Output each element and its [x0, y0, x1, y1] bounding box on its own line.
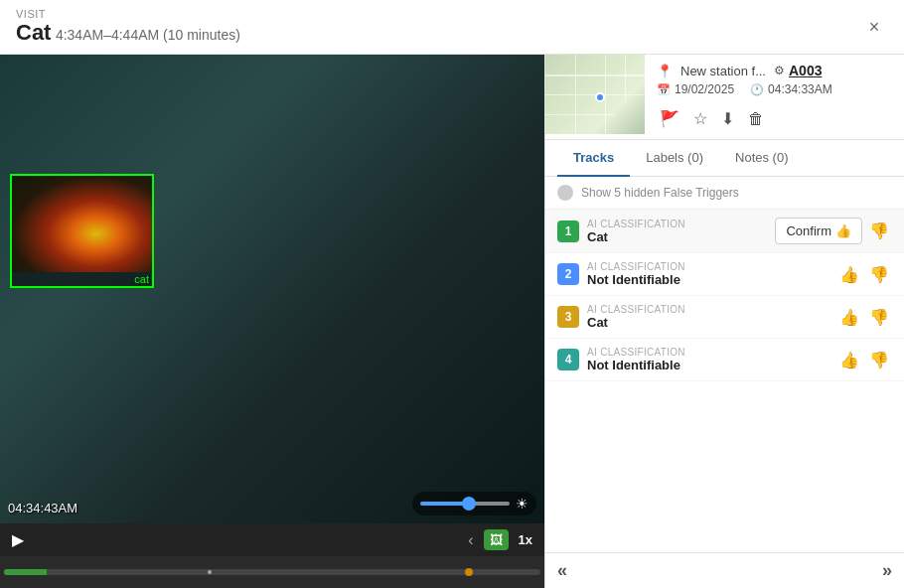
calendar-icon: 📅	[657, 83, 671, 96]
map-location-dot	[595, 92, 605, 102]
gear-icon: ⚙	[774, 64, 785, 77]
delete-button[interactable]: 🗑	[745, 106, 767, 131]
track-actions-2: 👍 👎	[836, 262, 892, 287]
hidden-triggers-label: Show 5 hidden False Triggers	[581, 186, 739, 200]
station-date: 19/02/2025	[675, 82, 734, 96]
track-item: 3 AI CLASSIFICATION Cat 👍 👎	[545, 296, 904, 339]
station-info: 📍 New station f... ⚙ A003 📅 19/02/2025	[645, 55, 904, 139]
thermal-content	[12, 176, 152, 272]
track-content-3: AI CLASSIFICATION Cat	[587, 304, 829, 330]
track-actions-4: 👍 👎	[836, 348, 892, 372]
thermal-label: cat	[12, 272, 152, 286]
video-area: cat 04:34:43AM ☀	[0, 55, 544, 523]
brightness-slider[interactable]	[420, 502, 510, 506]
image-mode-button[interactable]: 🖼	[484, 529, 509, 550]
thumbdown-button-4[interactable]: 👎	[866, 348, 892, 372]
station-name-row: 📍 New station f... ⚙ A003	[657, 63, 892, 78]
map-road-v3	[625, 55, 626, 102]
confirm-label-1: Confirm	[786, 223, 831, 238]
station-actions: 🚩 ☆ ⬇ 🗑	[657, 106, 892, 131]
track-actions-3: 👍 👎	[836, 305, 892, 330]
date-meta: 📅 19/02/2025	[657, 82, 734, 96]
play-button[interactable]: ▶	[12, 530, 24, 549]
thermal-detection-box: cat	[10, 174, 154, 288]
info-panel: 📍 New station f... ⚙ A003 📅 19/02/2025	[544, 55, 904, 588]
track-item: 2 AI CLASSIFICATION Not Identifiable 👍 👎	[545, 253, 904, 296]
play-icon: ▶	[12, 530, 24, 549]
station-time: 04:34:33AM	[768, 82, 832, 96]
prev-frame-button[interactable]: ‹	[468, 531, 473, 549]
tab-notes[interactable]: Notes (0)	[719, 140, 804, 177]
tab-tracks[interactable]: Tracks	[557, 140, 630, 177]
flag-button[interactable]: 🚩	[657, 106, 682, 131]
station-name: New station f...	[680, 64, 766, 78]
tracks-list: 1 AI CLASSIFICATION Cat Confirm 👍 👎	[545, 210, 904, 552]
timeline-track[interactable]	[4, 569, 540, 575]
tabs-bar: Tracks Labels (0) Notes (0)	[545, 140, 904, 177]
download-button[interactable]: ⬇	[718, 106, 737, 131]
timeline-marker-1	[208, 570, 212, 574]
modal-container: VISIT Cat 4:34AM–4:44AM (10 minutes) × c…	[0, 0, 904, 588]
map-road-h1	[545, 74, 645, 76]
tab-labels[interactable]: Labels (0)	[630, 140, 719, 177]
map-thumbnail	[545, 55, 645, 134]
thumbup-button-2[interactable]: 👍	[836, 262, 862, 287]
hidden-triggers-row: Show 5 hidden False Triggers	[545, 177, 904, 210]
track-species-1: Cat	[587, 229, 767, 244]
brightness-icon: ☀	[516, 496, 528, 512]
track-content-4: AI CLASSIFICATION Not Identifiable	[587, 347, 829, 372]
clock-icon: 🕐	[750, 83, 764, 96]
timestamp-overlay: 04:34:43AM	[8, 501, 77, 515]
station-code[interactable]: A003	[789, 63, 822, 78]
timeline-marker-2	[465, 568, 473, 576]
map-road-v1	[575, 55, 576, 134]
visit-title: Cat	[16, 20, 51, 45]
thumbup-icon-1: 👍	[835, 223, 851, 238]
brightness-slider-wrap: ☀	[412, 492, 536, 515]
track-species-4: Not Identifiable	[587, 358, 829, 372]
star-button[interactable]: ☆	[690, 106, 710, 131]
close-button[interactable]: ×	[860, 13, 888, 41]
modal-body: cat 04:34:43AM ☀ ▶	[0, 55, 904, 588]
thumbup-button-4[interactable]: 👍	[836, 348, 862, 372]
map-road-v2	[605, 55, 606, 134]
track-item: 1 AI CLASSIFICATION Cat Confirm 👍 👎	[545, 210, 904, 253]
station-code-wrap: ⚙ A003	[774, 63, 822, 78]
thumbdown-button-2[interactable]: 👎	[866, 262, 892, 287]
track-content-1: AI CLASSIFICATION Cat	[587, 219, 767, 244]
thumbdown-button-1[interactable]: 👎	[866, 219, 892, 243]
thumbdown-button-3[interactable]: 👎	[866, 305, 892, 330]
confirm-button-1[interactable]: Confirm 👍	[775, 218, 862, 244]
thumbup-button-3[interactable]: 👍	[836, 305, 862, 330]
speed-label: 1x	[519, 532, 532, 547]
track-ai-label-2: AI CLASSIFICATION	[587, 261, 829, 272]
video-controls-bar: ▶ ‹ 🖼 1x	[0, 523, 544, 556]
video-panel: cat 04:34:43AM ☀ ▶	[0, 55, 544, 588]
timeline-progress	[4, 569, 47, 575]
track-ai-label-3: AI CLASSIFICATION	[587, 304, 829, 315]
track-ai-label-4: AI CLASSIFICATION	[587, 347, 829, 358]
track-item: 4 AI CLASSIFICATION Not Identifiable 👍 👎	[545, 339, 904, 381]
toggle-circle[interactable]	[557, 185, 573, 201]
track-number-4: 4	[557, 349, 579, 370]
timeline-bar[interactable]	[0, 556, 544, 588]
station-meta-row: 📅 19/02/2025 🕐 04:34:33AM	[657, 82, 892, 96]
track-species-3: Cat	[587, 315, 829, 330]
video-background: cat 04:34:43AM ☀	[0, 55, 544, 523]
next-nav-button[interactable]: »	[882, 560, 892, 581]
track-actions-1: Confirm 👍 👎	[775, 218, 892, 244]
brightness-overlay: ☀	[412, 492, 536, 515]
station-header: 📍 New station f... ⚙ A003 📅 19/02/2025	[545, 55, 904, 140]
track-ai-label-1: AI CLASSIFICATION	[587, 219, 767, 229]
location-icon: 📍	[657, 64, 673, 78]
header-left: VISIT Cat 4:34AM–4:44AM (10 minutes)	[16, 8, 240, 46]
modal-header: VISIT Cat 4:34AM–4:44AM (10 minutes) ×	[0, 0, 904, 55]
track-number-3: 3	[557, 306, 579, 328]
track-content-2: AI CLASSIFICATION Not Identifiable	[587, 261, 829, 287]
title-row: Cat 4:34AM–4:44AM (10 minutes)	[16, 20, 240, 46]
bottom-nav: « »	[545, 552, 904, 588]
prev-nav-button[interactable]: «	[557, 560, 567, 581]
track-species-2: Not Identifiable	[587, 272, 829, 287]
visit-time: 4:34AM–4:44AM (10 minutes)	[56, 27, 240, 43]
visit-label: VISIT	[16, 8, 240, 20]
